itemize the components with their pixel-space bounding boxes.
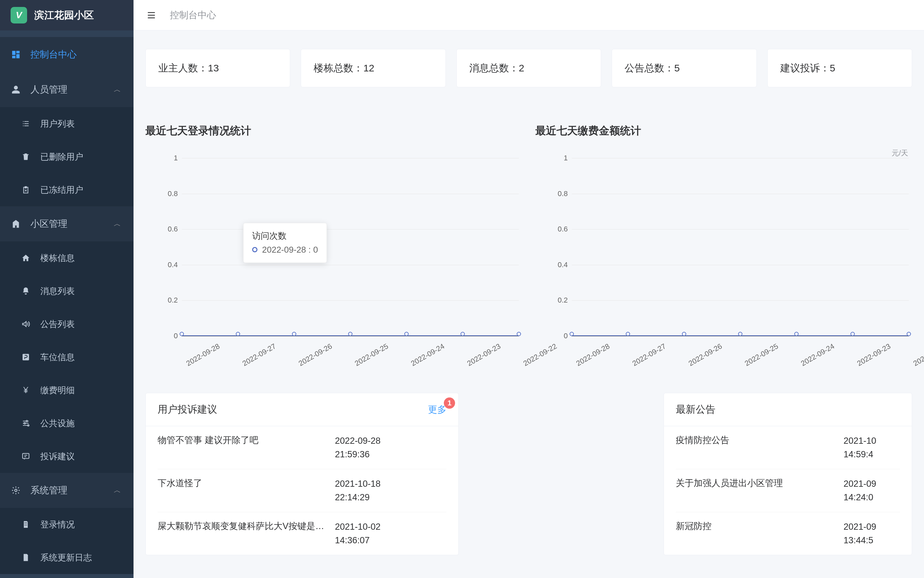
sidebar-item-frozen-users[interactable]: 已冻结用户 [0,173,134,206]
sidebar-group-personnel[interactable]: 人员管理 ︿ [0,72,134,107]
brand-bar: V 滨江花园小区 [0,0,134,31]
xtick: 2022-09-28 [575,342,611,368]
chart-area[interactable]: 00.20.40.60.812022-09-282022-09-272022-0… [536,158,912,363]
sidebar-item-public-facilities[interactable]: 公共设施 [0,407,134,440]
panel-body: 物管不管事 建议开除了吧2022-09-2821:59:36下水道怪了2021-… [146,426,458,555]
data-point[interactable] [851,332,855,336]
chart-title: 最近七天缴费金额统计 [536,124,912,138]
sidebar-item-update-log[interactable]: 系统更新日志 [0,541,134,574]
data-point[interactable] [180,332,184,336]
chevron-up-icon: ︿ [114,219,121,229]
sidebar-item-payment-details[interactable]: 缴费明细 [0,373,134,407]
clipboard-x-icon [20,185,32,194]
sidebar-item-label: 小区管理 [31,218,67,230]
data-point[interactable] [570,332,574,336]
data-point[interactable] [292,332,296,336]
sidebar-item-label: 车位信息 [40,351,75,363]
sidebar-item-label: 公告列表 [40,318,75,330]
main: 控制台中心 业主人数：13 楼栋总数：12 消息总数：2 公告总数：5 建议投诉… [134,0,924,578]
chart-ylabel: 元/天 [536,148,912,156]
chart-area[interactable]: 00.20.40.60.812022-09-282022-09-272022-0… [146,158,522,363]
sidebar-group-community[interactable]: 小区管理 ︿ [0,206,134,241]
xtick: 2022-09-26 [687,342,723,368]
content: 业主人数：13 楼栋总数：12 消息总数：2 公告总数：5 建议投诉：5 最近七… [134,31,924,578]
list-item[interactable]: 疫情防控公告2021-1014:59:4 [676,426,900,469]
data-point[interactable] [517,332,521,336]
sidebar-item-message-list[interactable]: 消息列表 [0,274,134,307]
data-point[interactable] [626,332,630,336]
sidebar-sub-personnel: 用户列表 已删除用户 已冻结用户 [0,107,134,206]
sidebar-item-label: 系统管理 [31,484,67,497]
sidebar-item-label: 投诉建议 [40,451,75,462]
login-chart: 最近七天登录情况统计 00.20.40.60.812022-09-282022-… [146,124,522,363]
stat-label: 楼栋总数： [314,62,363,75]
row-date: 2021-0913:44:5 [843,520,900,547]
sidebar-item-complaint-suggestion[interactable]: 投诉建议 [0,440,134,473]
list-item[interactable]: 关于加强人员进出小区管理2021-0914:24:0 [676,469,900,512]
more-label: 更多 [428,404,447,415]
sidebar-item-parking-info[interactable]: 车位信息 [0,341,134,373]
xtick: 2022-09-25 [353,342,390,368]
breadcrumb: 控制台中心 [170,9,216,21]
sidebar-item-dashboard[interactable]: 控制台中心 [0,37,134,72]
data-point[interactable] [236,332,240,336]
panel-title: 用户投诉建议 [158,403,217,416]
sidebar-item-deleted-users[interactable]: 已删除用户 [0,140,134,173]
list-item[interactable]: 屎大颗勒节哀顺变复健科萨比大V按键是…2021-10-0214:36:07 [158,512,447,555]
list-item[interactable]: 物管不管事 建议开除了吧2022-09-2821:59:36 [158,426,447,469]
ytick: 0.8 [159,190,178,198]
toggle-sidebar-button[interactable] [146,10,157,21]
row-date: 2022-09-2821:59:36 [335,434,447,461]
chart-tooltip: 访问次数2022-09-28 : 0 [243,223,327,263]
xtick: 2022-09-22 [912,342,924,368]
row-date: 2021-1014:59:4 [843,434,900,461]
sidebar-item-label: 已删除用户 [40,151,83,163]
speaker-icon [20,320,32,328]
data-point[interactable] [682,332,686,336]
data-point[interactable] [405,332,409,336]
sidebar-item-label: 人员管理 [31,83,67,96]
row-title: 疫情防控公告 [676,434,843,461]
stat-label: 建议投诉： [780,62,830,75]
stat-card-buildings: 楼栋总数：12 [301,49,445,87]
logo-icon: V [11,7,27,23]
message-icon [20,452,32,461]
stat-value: 2 [519,62,524,74]
sidebar-item-label: 登录情况 [40,519,75,530]
sidebar: V 滨江花园小区 控制台中心 人员管理 ︿ 用户列表 [0,0,134,578]
data-point[interactable] [738,332,743,336]
chevron-up-icon: ︿ [114,84,121,94]
document-icon [20,520,32,529]
building-icon [10,219,22,229]
row-title: 关于加强人员进出小区管理 [676,477,843,504]
list-item[interactable]: 下水道怪了2021-10-1822:14:29 [158,469,447,512]
sidebar-item-user-list[interactable]: 用户列表 [0,107,134,140]
document-icon [20,553,32,562]
panel-header: 用户投诉建议 更多 1 [146,393,458,426]
stat-label: 消息总数： [469,62,519,75]
sidebar-item-building-info[interactable]: 楼栋信息 [0,241,134,274]
sidebar-item-notice-list[interactable]: 公告列表 [0,307,134,341]
ytick: 0.4 [549,261,568,269]
sliders-icon [20,419,32,427]
sidebar-sub-community: 楼栋信息 消息列表 公告列表 车位信息 缴费明细 [0,241,134,473]
sidebar-item-label: 控制台中心 [31,48,77,61]
data-point[interactable] [795,332,799,336]
ytick: 0.4 [159,261,178,269]
sidebar-item-label: 已冻结用户 [40,184,83,196]
nav: 控制台中心 人员管理 ︿ 用户列表 已删除用户 已冻结用户 [0,31,134,578]
data-point[interactable] [461,332,465,336]
data-point[interactable] [348,332,353,336]
list-item[interactable]: 新冠防控2021-0913:44:5 [676,512,900,555]
gear-icon [10,486,22,495]
xtick: 2022-09-23 [466,342,502,368]
sidebar-group-system[interactable]: 系统管理 ︿ [0,473,134,508]
xtick: 2022-09-24 [799,342,836,368]
sidebar-item-login-log[interactable]: 登录情况 [0,508,134,541]
data-point[interactable] [907,332,911,336]
svg-point-2 [24,422,26,424]
parking-icon [20,353,32,361]
svg-point-5 [15,489,17,492]
more-link[interactable]: 更多 1 [428,403,447,416]
notices-panel: 最新公告 疫情防控公告2021-1014:59:4关于加强人员进出小区管理202… [663,393,912,555]
